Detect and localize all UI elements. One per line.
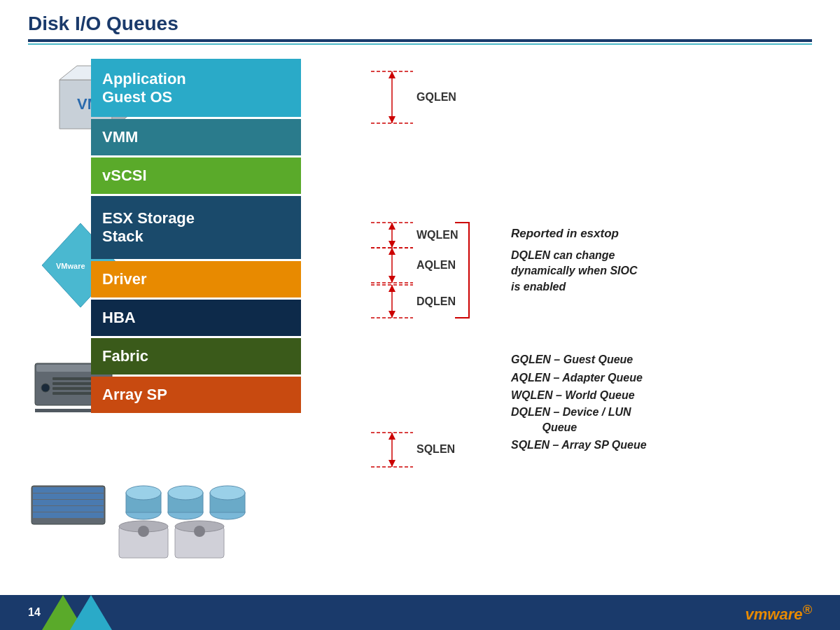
svg-text:AQLEN: AQLEN	[416, 259, 456, 271]
legend-dqlen: DQLEN – Device / LUN Queue	[511, 405, 812, 436]
svg-rect-18	[33, 506, 104, 512]
stack-item-driver-label: Driver	[102, 270, 147, 288]
footer-ware-text: ware	[767, 606, 802, 623]
stack-item-vmm: VMM	[91, 119, 301, 155]
legend-group: GQLEN – Guest Queue AQLEN – Adapter Queu…	[511, 351, 812, 454]
stack-column: ApplicationGuest OS VMM vSCSI ESX Storag…	[91, 59, 301, 415]
stack-item-vmm-label: VMM	[102, 128, 138, 146]
svg-rect-32	[175, 526, 224, 558]
footer-brand-text: vmware®	[746, 606, 812, 623]
svg-text:VMware: VMware	[56, 262, 85, 270]
stack-item-vscsi-label: vSCSI	[102, 167, 147, 185]
svg-rect-27	[210, 493, 245, 512]
footer: 14 vmware®	[0, 595, 840, 630]
svg-text:GQLEN: GQLEN	[416, 91, 456, 103]
svg-rect-29	[119, 526, 168, 558]
stack-item-array-label: Array SP	[102, 386, 167, 404]
svg-text:WQLEN: WQLEN	[416, 229, 458, 241]
header: Disk I/O Queues	[0, 0, 840, 52]
svg-point-25	[168, 486, 203, 500]
stack-item-esx: ESX StorageStack	[91, 196, 301, 259]
svg-rect-14	[31, 486, 105, 524]
svg-point-22	[126, 486, 161, 500]
stack-item-app-label: ApplicationGuest OS	[102, 70, 186, 106]
svg-point-31	[138, 526, 149, 537]
right-panel: Reported in esxtop DQLEN can changedynam…	[511, 66, 812, 454]
svg-rect-24	[168, 493, 203, 512]
svg-point-26	[210, 505, 245, 519]
svg-rect-17	[33, 500, 104, 505]
stack-item-hba: HBA	[91, 300, 301, 336]
svg-marker-51	[388, 276, 396, 283]
stack-item-driver: Driver	[91, 261, 301, 298]
svg-rect-16	[33, 493, 104, 499]
svg-marker-57	[388, 311, 396, 318]
stack-item-hba-label: HBA	[102, 309, 136, 327]
header-line-thick	[28, 39, 812, 42]
legend-wqlen: WQLEN – World Queue	[511, 386, 812, 405]
legend-aqlen-text: AQLEN – Adapter Queue	[511, 372, 643, 384]
svg-point-28	[210, 486, 245, 500]
svg-marker-63	[388, 460, 396, 467]
legend-gqlen: GQLEN – Guest Queue	[511, 351, 812, 369]
legend-aqlen: AQLEN – Adapter Queue	[511, 369, 812, 387]
svg-rect-15	[33, 487, 104, 493]
svg-marker-44	[388, 223, 396, 230]
main-content: VM VMware	[0, 52, 840, 584]
dqlen-note: DQLEN can changedynamically when SIOCis …	[511, 248, 812, 295]
svg-text:SQLEN: SQLEN	[416, 443, 455, 455]
dqlen-note-text: DQLEN can changedynamically when SIOCis …	[511, 249, 638, 293]
stack-item-app: ApplicationGuest OS	[91, 59, 301, 117]
svg-point-33	[175, 521, 224, 532]
svg-point-34	[194, 526, 205, 537]
svg-marker-62	[388, 433, 396, 440]
svg-rect-19	[33, 512, 104, 518]
svg-marker-50	[388, 248, 396, 255]
page-title: Disk I/O Queues	[28, 13, 812, 35]
footer-registered: ®	[802, 601, 812, 616]
footer-page-number: 14	[28, 606, 41, 619]
stack-item-esx-label: ESX StorageStack	[102, 209, 195, 246]
stack-item-fabric-label: Fabric	[102, 347, 148, 365]
svg-marker-39	[388, 116, 396, 123]
svg-point-8	[41, 384, 50, 392]
reported-label: Reported in esxtop DQLEN can changedynam…	[511, 227, 812, 295]
svg-rect-21	[126, 493, 161, 512]
footer-brand: vmware®	[746, 601, 812, 623]
header-line-thin	[28, 43, 812, 45]
svg-marker-38	[388, 71, 396, 78]
legend-wqlen-text: WQLEN – World Queue	[511, 389, 635, 401]
stack-item-array: Array SP	[91, 377, 301, 413]
footer-triangle-teal	[70, 595, 112, 630]
stack-item-vscsi: vSCSI	[91, 158, 301, 194]
svg-text:DQLEN: DQLEN	[416, 295, 456, 307]
footer-left: 14	[28, 606, 41, 619]
legend-sqlen-text: SQLEN – Array SP Queue	[511, 439, 647, 451]
svg-point-20	[126, 505, 161, 519]
svg-marker-45	[388, 241, 396, 248]
reported-text: Reported in esxtop	[511, 227, 812, 241]
legend-gqlen-text: GQLEN – Guest Queue	[511, 354, 633, 365]
legend-sqlen: SQLEN – Array SP Queue	[511, 436, 812, 454]
stack-item-fabric: Fabric	[91, 338, 301, 374]
svg-point-23	[168, 505, 203, 519]
svg-marker-56	[388, 285, 396, 292]
legend-dqlen-text: DQLEN – Device / LUN Queue	[511, 406, 631, 433]
svg-point-30	[119, 521, 168, 532]
footer-vm-text: vm	[746, 606, 768, 623]
